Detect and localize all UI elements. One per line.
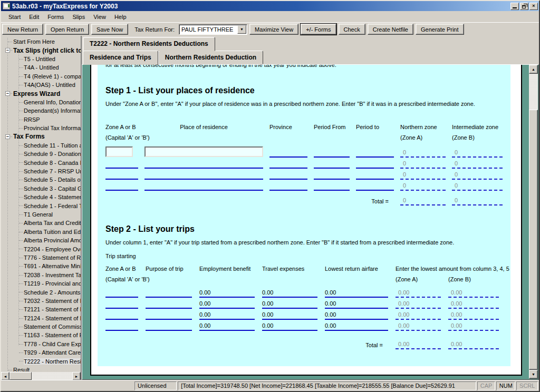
sidebar-item[interactable]: T5 - Untitled [1, 55, 81, 63]
sidebar-item[interactable]: Schedule 3 - Capital Ga [1, 184, 81, 193]
place-of-residence-field[interactable] [144, 169, 263, 180]
tab-northern-residents-deduction[interactable]: Northern Residents Deduction [158, 51, 263, 64]
scrollbar-track[interactable] [529, 74, 538, 370]
sidebar-item[interactable]: T2124 - Statement of B [1, 314, 81, 322]
sidebar-item[interactable]: T776 - Statement of Re [1, 253, 81, 262]
menu-start[interactable]: Start [4, 13, 25, 21]
province-field[interactable] [269, 169, 307, 180]
sidebar-item[interactable]: T1163 - Statement of F [1, 331, 81, 339]
zone-field[interactable] [105, 180, 138, 191]
sidebar-item[interactable]: T2204 - Employee Over [1, 244, 81, 253]
purpose-field[interactable] [146, 309, 192, 320]
scroll-up-icon[interactable]: ▲ [529, 65, 538, 74]
zone-input[interactable] [105, 146, 133, 157]
employment-benefit-field[interactable]: 0.00 [199, 287, 255, 298]
maximize-view-button[interactable]: Maximize View [249, 24, 298, 35]
sidebar-item[interactable]: T4A - Untitled [1, 63, 81, 72]
sidebar-item[interactable]: T778 - Child Care Expe [1, 340, 81, 348]
sidebar-item[interactable]: Schedule 5 - Details of [1, 175, 81, 184]
sidebar-item[interactable]: Alberta Tuition and Edu [1, 228, 81, 236]
menu-help[interactable]: Help [110, 13, 131, 21]
sidebar-item[interactable]: Alberta Provincial Amou [1, 236, 81, 244]
sidebar-item[interactable]: T2121 - Statement of F [1, 305, 81, 313]
sidebar-item[interactable]: T1219 - Provincial and [1, 279, 81, 288]
lowest-airfare-field[interactable]: 0.00 [325, 320, 388, 331]
province-field[interactable] [269, 158, 307, 169]
create-netfile-button[interactable]: Create Netfile [368, 24, 413, 35]
trip-zone-field[interactable] [105, 287, 138, 298]
place-of-residence-field[interactable] [144, 180, 263, 191]
collapse-icon[interactable]: − [5, 134, 10, 139]
check-button[interactable]: Check [339, 24, 365, 35]
sidebar-item[interactable]: Schedule 2 - Amounts T [1, 288, 81, 296]
sidebar-horizontal-scrollbar[interactable]: ◄ ► [1, 371, 81, 380]
trip-zone-field[interactable] [105, 298, 138, 309]
sidebar-item[interactable]: Statement of Commissi [1, 322, 81, 331]
scroll-left-icon[interactable]: ◄ [1, 372, 9, 380]
zone-field[interactable] [105, 169, 138, 180]
period-to-field[interactable] [356, 158, 394, 169]
sidebar-item[interactable]: Schedule 11 - Tuition a [1, 141, 81, 150]
trip-zone-field[interactable] [105, 309, 138, 320]
sidebar-item[interactable]: Schedule 9 - Donations [1, 150, 81, 158]
sidebar-item[interactable]: −Tax Slips (right click to [1, 46, 81, 54]
travel-expenses-field[interactable]: 0.00 [262, 287, 317, 298]
sidebar-item[interactable]: T691 - Alternative Mini [1, 262, 81, 270]
collapse-icon[interactable]: − [5, 48, 10, 53]
travel-expenses-field[interactable]: 0.00 [262, 309, 317, 320]
collapse-icon[interactable]: − [5, 91, 10, 96]
sidebar-item[interactable]: Result [1, 366, 81, 371]
scrollbar-thumb[interactable] [9, 372, 32, 380]
plus-minus-forms-button[interactable]: +/- Forms [301, 24, 336, 35]
generate-print-button[interactable]: Generate Print [416, 24, 464, 35]
employment-benefit-field[interactable]: 0.00 [199, 320, 255, 331]
open-return-button[interactable]: Open Return [45, 24, 89, 35]
menu-slips[interactable]: Slips [68, 13, 89, 21]
period-from-field[interactable] [314, 145, 350, 158]
scrollbar-thumb[interactable] [529, 110, 538, 370]
new-return-button[interactable]: New Return [2, 24, 43, 35]
sidebar-item[interactable]: Start From Here [1, 37, 81, 46]
period-from-field[interactable] [314, 158, 350, 169]
period-to-field[interactable] [356, 145, 394, 158]
place-of-residence-field[interactable] [144, 158, 263, 169]
chevron-down-icon[interactable]: ▼ [237, 25, 246, 34]
tab-t2222[interactable]: T2222 - Northern Residents Deductions [83, 37, 215, 51]
sidebar-item[interactable]: −Express Wizard [1, 89, 81, 97]
province-field[interactable] [269, 145, 307, 158]
tab-residence-and-trips[interactable]: Residence and Trips [83, 51, 158, 65]
taxpayer-select[interactable]: PAUL FIFTYTHREE ▼ [179, 24, 247, 35]
lowest-airfare-field[interactable]: 0.00 [325, 287, 388, 298]
scroll-down-icon[interactable]: ▼ [529, 370, 538, 379]
sidebar-item[interactable]: Schedule 8 - Canada Pe [1, 158, 81, 166]
sidebar-item[interactable]: T929 - Attendant Care [1, 348, 81, 357]
sidebar-item[interactable]: Provincial Tax Informat [1, 124, 81, 132]
travel-expenses-field[interactable]: 0.00 [262, 320, 317, 331]
travel-expenses-field[interactable]: 0.00 [262, 298, 317, 309]
sidebar-item[interactable]: Alberta Tax and Credits [1, 219, 81, 227]
close-button[interactable]: × [529, 3, 538, 10]
sidebar-item[interactable]: Schedule 4 - Statement [1, 193, 81, 201]
lowest-airfare-field[interactable]: 0.00 [325, 309, 388, 320]
employment-benefit-field[interactable]: 0.00 [199, 309, 255, 320]
purpose-field[interactable] [146, 287, 192, 298]
lowest-airfare-field[interactable]: 0.00 [325, 298, 388, 309]
trip-zone-field[interactable] [105, 320, 138, 331]
restore-button[interactable] [520, 3, 528, 10]
sidebar-item[interactable]: T4A(OAS) - Untitled [1, 81, 81, 89]
sidebar-item[interactable]: T2222 - Northern Resid [1, 357, 81, 365]
purpose-field[interactable] [146, 298, 192, 309]
purpose-field[interactable] [146, 320, 192, 331]
minimize-button[interactable] [510, 3, 519, 10]
province-field[interactable] [269, 180, 307, 191]
sidebar-item[interactable]: −Tax Forms [1, 132, 81, 141]
sidebar-item[interactable]: RRSP [1, 115, 81, 124]
form-vertical-scrollbar[interactable]: ▲ ▼ [529, 65, 538, 379]
sidebar-item[interactable]: T1 General [1, 210, 81, 219]
scroll-right-icon[interactable]: ► [72, 372, 81, 380]
period-from-field[interactable] [314, 169, 350, 180]
menu-view[interactable]: View [89, 13, 110, 21]
zone-field[interactable] [105, 158, 138, 169]
sidebar-item[interactable]: Schedule 1 - Federal Ta [1, 201, 81, 210]
sidebar-item[interactable]: Dependant(s) Informat [1, 106, 81, 115]
